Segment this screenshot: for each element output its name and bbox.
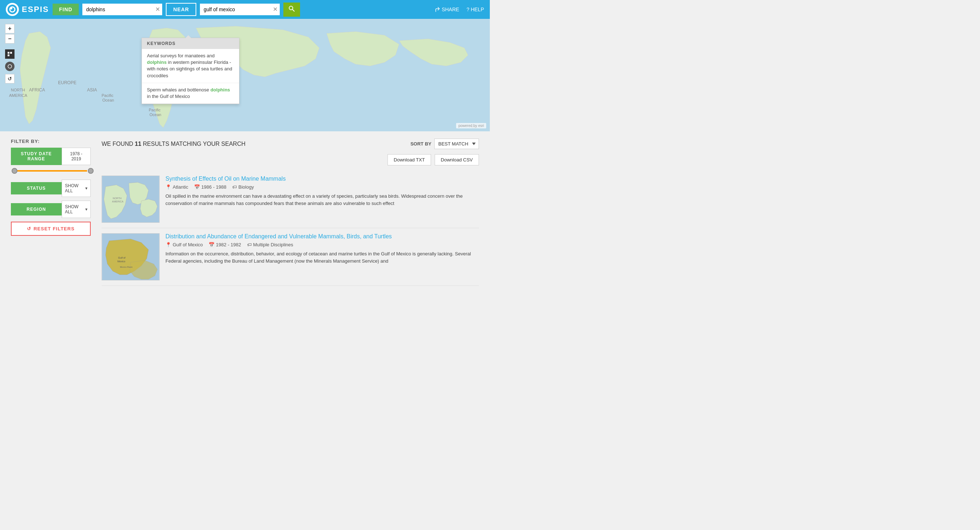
svg-text:Ocean: Ocean xyxy=(102,98,114,102)
meta-date-1: 📅 1986 - 1988 xyxy=(194,184,226,190)
autocomplete-arrow xyxy=(185,35,191,38)
zoom-out-button[interactable]: − xyxy=(5,34,14,43)
calendar-icon-1: 📅 xyxy=(194,184,200,190)
svg-text:AMERICA: AMERICA xyxy=(112,200,124,203)
circle-icon xyxy=(8,64,12,68)
result-body-2: Distribution and Abundance of Endangered… xyxy=(165,233,479,280)
svg-rect-19 xyxy=(8,52,10,54)
svg-line-5 xyxy=(293,10,294,11)
autocomplete-item-1[interactable]: Aerial surveys for manatees and dolphins… xyxy=(142,49,239,83)
svg-text:AMERICA: AMERICA xyxy=(9,93,27,97)
content-area: FILTER BY: STUDY DATE RANGE 1978 - 2019 … xyxy=(0,131,490,293)
results-area: WE FOUND 11 RESULTS MATCHING YOUR SEARCH… xyxy=(102,138,479,286)
location-icon-1: 📍 xyxy=(165,184,171,190)
highlight-1: dolphins xyxy=(147,59,167,65)
near-input[interactable] xyxy=(200,4,280,15)
svg-text:Mexico Basin: Mexico Basin xyxy=(120,266,132,268)
range-thumb-left[interactable] xyxy=(12,168,18,174)
filter-by-label: FILTER BY: xyxy=(11,138,91,144)
help-link[interactable]: ? HELP xyxy=(466,6,484,12)
zoom-in-button[interactable]: + xyxy=(5,24,14,33)
svg-rect-21 xyxy=(8,54,10,56)
svg-text:NORTH: NORTH xyxy=(11,88,25,92)
download-csv-button[interactable]: Download CSV xyxy=(435,154,479,166)
tag-icon-2: 🏷 xyxy=(247,242,252,247)
find-button[interactable]: FIND xyxy=(52,4,79,15)
study-date-range-button[interactable]: STUDY DATE RANGE xyxy=(11,148,62,165)
result-desc-1: Oil spilled in the marine environment ca… xyxy=(165,193,479,207)
logo-wrap: ESPIS xyxy=(6,3,49,16)
map-container: AFRICA EUROPE ASIA NORTH AMERICA Atlanti… xyxy=(0,19,490,131)
layers-icon xyxy=(7,51,12,57)
svg-text:ASIA: ASIA xyxy=(87,88,97,92)
logo xyxy=(6,3,19,16)
region-select[interactable]: SHOW ALL ▾ xyxy=(62,201,91,218)
share-link[interactable]: SHARE xyxy=(434,6,459,12)
find-input-wrap: ✕ xyxy=(82,4,162,15)
meta-tag-2: 🏷 Multiple Disciplines xyxy=(247,242,294,247)
region-button[interactable]: REGION xyxy=(11,203,62,215)
circle-button[interactable] xyxy=(5,62,14,71)
download-row: Download TXT Download CSV xyxy=(102,154,479,166)
range-thumb-right[interactable] xyxy=(88,168,94,174)
map-svg: AFRICA EUROPE ASIA NORTH AMERICA Atlanti… xyxy=(0,19,490,131)
reset-filters-button[interactable]: ↺ RESET FILTERS xyxy=(11,222,91,236)
esri-badge: powered by esri xyxy=(456,123,486,129)
calendar-icon-2: 📅 xyxy=(208,242,215,247)
layers-button[interactable] xyxy=(5,49,14,59)
result-meta-1: 📍 Atlantic 📅 1986 - 1988 🏷 Biology xyxy=(165,184,479,190)
results-title: WE FOUND 11 RESULTS MATCHING YOUR SEARCH xyxy=(102,141,246,147)
result-meta-2: 📍 Gulf of Mexico 📅 1982 - 1982 🏷 Multipl… xyxy=(165,242,479,247)
result-title-1[interactable]: Synthesis of Effects of Oil on Marine Ma… xyxy=(165,175,479,182)
highlight-2: dolphins xyxy=(210,87,230,92)
near-input-wrap: ✕ xyxy=(200,4,280,15)
svg-point-3 xyxy=(10,7,12,10)
find-clear-button[interactable]: ✕ xyxy=(155,6,160,12)
near-button[interactable]: NEAR xyxy=(166,3,196,16)
autocomplete-item-2[interactable]: Sperm whales and bottlenose dolphins in … xyxy=(142,83,239,104)
region-chevron-icon: ▾ xyxy=(85,207,88,212)
result-thumb-2: Gulf of Mexico Mexico Basin xyxy=(102,233,160,280)
meta-region-2: 📍 Gulf of Mexico xyxy=(165,242,203,247)
reset-button[interactable]: ↺ xyxy=(5,74,14,83)
status-button[interactable]: STATUS xyxy=(11,182,62,194)
meta-date-2: 📅 1982 - 1982 xyxy=(208,242,241,247)
find-input[interactable] xyxy=(82,4,162,15)
download-txt-button[interactable]: Download TXT xyxy=(388,154,431,166)
header: ESPIS FIND ✕ NEAR ✕ SHARE ? HELP xyxy=(0,0,490,19)
tag-icon-1: 🏷 xyxy=(232,184,237,190)
location-icon-2: 📍 xyxy=(165,242,171,247)
meta-region-1: 📍 Atlantic xyxy=(165,184,188,190)
results-header: WE FOUND 11 RESULTS MATCHING YOUR SEARCH… xyxy=(102,138,479,149)
svg-text:NORTH: NORTH xyxy=(113,197,121,199)
svg-text:Gulf of: Gulf of xyxy=(118,256,126,259)
study-date-range-row: STUDY DATE RANGE 1978 - 2019 xyxy=(11,148,91,165)
near-clear-button[interactable]: ✕ xyxy=(273,6,278,12)
svg-text:Ocean: Ocean xyxy=(150,113,161,117)
meta-tag-1: 🏷 Biology xyxy=(232,184,254,190)
region-row: REGION SHOW ALL ▾ xyxy=(11,201,91,218)
sort-by-label: SORT BY xyxy=(410,141,431,146)
svg-text:Pacific: Pacific xyxy=(102,93,114,97)
sort-select[interactable]: BEST MATCH xyxy=(434,138,479,149)
result-card-2: Gulf of Mexico Mexico Basin Distribution… xyxy=(102,228,479,286)
result-thumb-1: NORTH AMERICA xyxy=(102,175,160,223)
status-row: STATUS SHOW ALL ▾ xyxy=(11,180,91,197)
sidebar: FILTER BY: STUDY DATE RANGE 1978 - 2019 … xyxy=(11,138,91,286)
sort-area: SORT BY BEST MATCH xyxy=(410,138,479,149)
svg-point-22 xyxy=(8,65,12,68)
status-select[interactable]: SHOW ALL ▾ xyxy=(62,180,91,197)
svg-text:EUROPE: EUROPE xyxy=(58,80,76,85)
result-title-2[interactable]: Distribution and Abundance of Endangered… xyxy=(165,233,479,240)
search-go-button[interactable] xyxy=(283,3,300,17)
status-chevron-icon: ▾ xyxy=(85,186,88,191)
reset-icon: ↺ xyxy=(27,226,31,231)
header-right: SHARE ? HELP xyxy=(434,6,484,12)
svg-text:AFRICA: AFRICA xyxy=(29,88,45,92)
svg-text:Mexico: Mexico xyxy=(118,260,126,263)
autocomplete-header: KEYWORDS xyxy=(142,38,239,49)
result-body-1: Synthesis of Effects of Oil on Marine Ma… xyxy=(165,175,479,223)
range-track xyxy=(14,170,87,172)
range-slider[interactable] xyxy=(11,167,91,175)
autocomplete-dropdown: KEYWORDS Aerial surveys for manatees and… xyxy=(142,38,239,104)
